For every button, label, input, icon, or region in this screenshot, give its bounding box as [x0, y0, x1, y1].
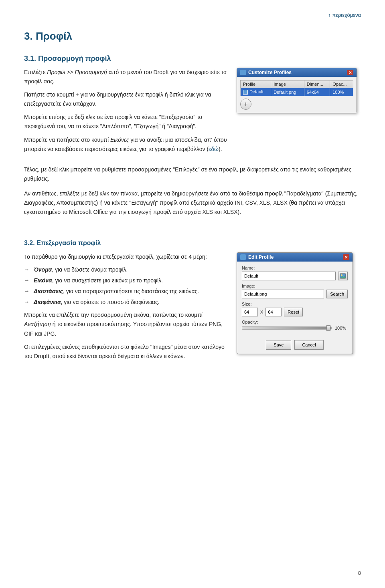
- opacity-slider-thumb[interactable]: [326, 325, 330, 331]
- edit-dialog-footer: Save Cancel: [237, 338, 353, 354]
- dialog-close-button[interactable]: ✕: [347, 70, 353, 75]
- search-button[interactable]: Search: [326, 290, 348, 298]
- opacity-label: Opacity:: [242, 320, 348, 324]
- add-profile-button[interactable]: +: [240, 99, 251, 110]
- chapter-title: 3. Προφίλ: [24, 30, 361, 42]
- dialog-titlebar: Customize Profiles ✕: [237, 68, 357, 77]
- preview-icon: [340, 273, 346, 279]
- item-dimensions: → Διαστάσεις, για να παραμετροποιήσετε τ…: [24, 287, 227, 296]
- item-name: → Όνομα, για να δώσετε όνομα προφίλ.: [24, 266, 227, 274]
- cell-dimen: 64x64: [304, 88, 330, 96]
- name-label: Name:: [242, 266, 348, 270]
- image-field-row: Search: [242, 290, 348, 298]
- customize-profiles-dialog: Customize Profiles ✕ Profile Image Dimen…: [237, 68, 361, 113]
- slider-container: 100%: [242, 326, 348, 330]
- profile-icon: [243, 90, 248, 95]
- preview-icon-button[interactable]: [338, 272, 348, 280]
- col-dimen: Dimen...: [304, 81, 330, 88]
- edit-dialog-icon: [240, 254, 246, 260]
- edit-dialog-title-left: Edit Profile: [240, 254, 274, 260]
- image-input[interactable]: [242, 290, 324, 298]
- table-row[interactable]: Default Default.png 64x64 100%: [241, 88, 353, 96]
- dialog-body: Profile Image Dimen... Opac... Default D…: [237, 77, 357, 113]
- name-input[interactable]: [242, 272, 336, 280]
- profiles-table: Profile Image Dimen... Opac... Default D…: [240, 80, 353, 96]
- size-label: Size:: [242, 302, 348, 306]
- cell-profile: Default: [241, 88, 271, 96]
- toc-link[interactable]: ↑ περιεχόμενα: [328, 12, 361, 18]
- edit-dialog-box: Edit Profile ✕ Name:: [237, 252, 353, 354]
- dialog-title-text: Customize Profiles: [248, 70, 292, 75]
- size-row: X Reset: [242, 308, 348, 316]
- para-2: Πατήστε στο κουμπί + για να δημιουργήσετ…: [24, 90, 227, 109]
- opacity-value: 100%: [335, 326, 348, 330]
- customize-dialog-box: Customize Profiles ✕ Profile Image Dimen…: [237, 68, 357, 113]
- section-divider: [24, 225, 361, 225]
- para-1: Επιλέξτε Προφίλ >> Προσαρμογή από το μεν…: [24, 68, 227, 86]
- section-31-para-bottom-1: Τέλος, με δεξί κλικ μπορείτε να ρυθμίσετ…: [24, 165, 361, 183]
- x-separator: X: [260, 310, 263, 314]
- section-31-title: 3.1. Προσαρμογή προφίλ: [24, 54, 361, 63]
- cell-opac: 100%: [330, 88, 353, 96]
- section-31-content: Επιλέξτε Προφίλ >> Προσαρμογή από το μεν…: [24, 68, 361, 158]
- opacity-slider-track[interactable]: [242, 326, 332, 330]
- item-opacity: → Διαφάνεια, για να ορίσετε το ποσοστό δ…: [24, 298, 227, 306]
- opacity-row: 100%: [242, 326, 348, 330]
- svg-point-1: [341, 274, 342, 276]
- name-field-row: [242, 272, 348, 280]
- image-label: Image:: [242, 284, 348, 288]
- section-32-content: Το παράθυρο για δημιουργία κι επεξεργασί…: [24, 252, 361, 365]
- page-number: 8: [358, 570, 361, 576]
- col-opac: Opac...: [330, 81, 353, 88]
- section-32-para-2: Οι επιλεγμένες εικόνες αποθηκεύονται στο…: [24, 342, 227, 361]
- section-32-para-1: Μπορείτε να επιλέξετε την προσαρμοσμένη …: [24, 310, 227, 338]
- dialog-title-left: Customize Profiles: [240, 70, 292, 75]
- reset-button[interactable]: Reset: [284, 308, 303, 316]
- para-4: Μπορείτε να πατήσετε στο κουμπί Εικόνες …: [24, 135, 227, 154]
- cell-image: Default.png: [271, 88, 304, 96]
- section-31-para-bottom-2: Αν αντιθέτως, επιλέξτε με δεξί κλικ τον …: [24, 189, 361, 217]
- table-header-row: Profile Image Dimen... Opac...: [241, 81, 353, 88]
- top-navigation: ↑ περιεχόμενα: [24, 8, 361, 26]
- col-image: Image: [271, 81, 304, 88]
- edit-dialog-body: Name: Image: Search: [237, 262, 353, 338]
- save-button[interactable]: Save: [266, 340, 291, 350]
- section-32-intro: Το παράθυρο για δημιουργία κι επεξεργασί…: [24, 252, 227, 262]
- dialog-icon: [240, 70, 246, 75]
- section-32-title: 3.2. Επεξεργασία προφίλ: [24, 240, 361, 247]
- col-profile: Profile: [241, 81, 271, 88]
- item-image: → Εικόνα, για να συσχετίσετε μια εικόνα …: [24, 276, 227, 285]
- dialog-toolbar: +: [240, 99, 353, 110]
- para-3: Μπορείτε επίσης με δεξί κλικ σε ένα προφ…: [24, 113, 227, 131]
- edit-dialog-close-button[interactable]: ✕: [343, 254, 349, 260]
- size-x-input[interactable]: [242, 308, 258, 316]
- edit-dialog-titlebar: Edit Profile ✕: [237, 253, 353, 262]
- section-31-text: Επιλέξτε Προφίλ >> Προσαρμογή από το μεν…: [24, 68, 227, 158]
- edit-profile-dialog: Edit Profile ✕ Name:: [237, 252, 361, 354]
- edit-dialog-title-text: Edit Profile: [248, 254, 274, 260]
- size-y-input[interactable]: [265, 308, 282, 316]
- cancel-button[interactable]: Cancel: [294, 340, 323, 350]
- edw-link[interactable]: εδώ: [209, 146, 219, 152]
- section-32-text: Το παράθυρο για δημιουργία κι επεξεργασί…: [24, 252, 227, 365]
